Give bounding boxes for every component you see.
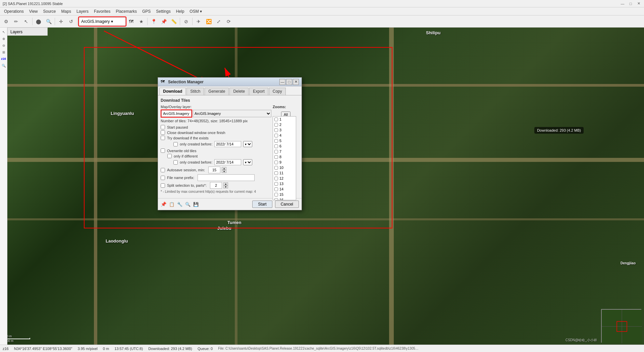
close-button[interactable]: ✕ xyxy=(636,1,641,6)
dialog-close-button[interactable]: ✕ xyxy=(293,79,299,85)
zoom-item-4[interactable]: 4 xyxy=(273,133,296,138)
autosave-input[interactable] xyxy=(208,167,220,173)
zoom-item-7[interactable]: 7 xyxy=(273,149,296,154)
tab-stitch[interactable]: Stitch xyxy=(186,88,204,95)
date-input-2[interactable] xyxy=(214,159,241,165)
filename-prefix-input[interactable] xyxy=(198,174,255,181)
try-download-checkbox[interactable] xyxy=(161,136,165,140)
start-button[interactable]: Start xyxy=(252,201,272,208)
only-different-checkbox[interactable] xyxy=(167,154,172,158)
left-panel-btn-3[interactable]: ⊖ xyxy=(1,42,7,48)
zoom-item-11[interactable]: 11 xyxy=(273,170,296,176)
tool-measure[interactable]: 📏 xyxy=(169,17,178,26)
only-created-checkbox-2[interactable] xyxy=(173,160,178,165)
tab-export[interactable]: Export xyxy=(249,88,268,95)
zoom-item-16[interactable]: 16 xyxy=(273,197,296,200)
zoom-item-6[interactable]: 6 xyxy=(273,143,296,149)
pin-icon[interactable]: 📌 xyxy=(161,202,166,207)
tool-nav1[interactable]: ✈ xyxy=(194,17,203,26)
maximize-button[interactable]: □ xyxy=(628,1,633,6)
overwrite-checkbox[interactable] xyxy=(161,148,165,153)
zoom-item-9[interactable]: 9 xyxy=(273,160,296,165)
dialog-tool-copy[interactable]: 📋 xyxy=(169,202,174,207)
autosave-checkbox[interactable] xyxy=(161,168,165,172)
zoom-list[interactable]: 1 2 3 4 5 6 7 8 9 10 11 12 13 14 15 xyxy=(273,116,296,200)
tool-cursor[interactable]: ↖ xyxy=(21,17,31,26)
tool-nav3[interactable]: ⤢ xyxy=(214,17,223,26)
tool-nav2[interactable]: 🔀 xyxy=(204,17,213,26)
left-panel-btn-4[interactable]: ⊞ xyxy=(1,49,7,55)
tool-circle[interactable]: ⬤ xyxy=(34,17,43,26)
tool-magnify[interactable]: 🔍 xyxy=(44,17,53,26)
tool-stop[interactable]: ⊘ xyxy=(181,17,191,26)
map-layer-input[interactable] xyxy=(161,110,192,117)
tool-star[interactable]: ★ xyxy=(137,17,146,26)
zoom-item-12[interactable]: 12 xyxy=(273,176,296,181)
date-input-1[interactable] xyxy=(214,141,241,147)
split-checkbox[interactable] xyxy=(161,183,165,188)
minimize-button[interactable]: — xyxy=(620,1,625,6)
note-text: * - Limited by max concurrent http(s) re… xyxy=(161,190,271,193)
window-title: [2] SAS.Planet 191221.10095 Stable xyxy=(3,2,63,6)
zoom-item-13[interactable]: 13 xyxy=(273,181,296,186)
tool-pin[interactable]: 📍 xyxy=(149,17,158,26)
tool-refresh[interactable]: ↺ xyxy=(66,17,76,26)
tool-operations[interactable]: ⚙ xyxy=(1,17,11,26)
autosave-up-button[interactable]: ▲ xyxy=(222,167,226,170)
only-created-checkbox-1[interactable] xyxy=(173,142,178,146)
dialog-tool-settings[interactable]: 🔧 xyxy=(177,202,182,207)
zoom-item-8[interactable]: 8 xyxy=(273,154,296,160)
tab-copy[interactable]: Copy xyxy=(269,88,286,95)
date-dropdown-1[interactable]: ▾ xyxy=(243,141,252,147)
tool-crosshair[interactable]: ✛ xyxy=(56,17,66,26)
menu-placemarks[interactable]: Placemarks xyxy=(113,8,140,14)
tool-pin2[interactable]: 📌 xyxy=(159,17,168,26)
layers-tab[interactable]: Layers xyxy=(7,28,48,36)
menu-favorites[interactable]: Favorites xyxy=(91,8,113,14)
dialog-tabs: Download Stitch Generate Delete Export C… xyxy=(158,86,302,95)
dialog-tool-save[interactable]: 💾 xyxy=(193,202,199,207)
left-panel-btn-1[interactable]: ↖ xyxy=(1,29,7,35)
menu-view[interactable]: View xyxy=(26,8,41,14)
date-dropdown-2[interactable]: ▾ xyxy=(243,159,252,165)
tab-download[interactable]: Download xyxy=(159,88,186,95)
autosave-down-button[interactable]: ▼ xyxy=(222,170,226,173)
filename-prefix-row: File name prefix: xyxy=(161,174,271,181)
zoom-item-14[interactable]: 14 xyxy=(273,186,296,192)
menu-settings[interactable]: Settings xyxy=(153,8,173,14)
start-paused-checkbox[interactable] xyxy=(161,125,165,129)
menu-layers[interactable]: Layers xyxy=(74,8,91,14)
tab-generate[interactable]: Generate xyxy=(205,88,229,95)
menu-maps[interactable]: Maps xyxy=(59,8,74,14)
status-coords: N34°16'37.4953" E108°55'13.3600" xyxy=(14,347,72,351)
left-panel-btn-2[interactable]: ⊕ xyxy=(1,36,7,42)
tab-delete[interactable]: Delete xyxy=(229,88,249,95)
close-window-checkbox[interactable] xyxy=(161,130,165,135)
tool-layers[interactable]: 🗺 xyxy=(126,17,136,26)
zoom-item-1[interactable]: 1 xyxy=(273,117,296,122)
filename-prefix-checkbox[interactable] xyxy=(161,176,165,180)
dialog-tool-zoom[interactable]: 🔍 xyxy=(185,202,191,207)
minimap[interactable] xyxy=(601,309,641,343)
zoom-item-5[interactable]: 5 xyxy=(273,138,296,143)
map-layer-select[interactable]: ArcGIS.Imagery xyxy=(193,110,271,117)
split-up-button[interactable]: ▲ xyxy=(223,182,228,185)
cancel-button[interactable]: Cancel xyxy=(275,201,299,208)
zoom-item-15[interactable]: 15 xyxy=(273,192,296,197)
dialog-maximize-button[interactable]: □ xyxy=(286,79,292,85)
menu-help[interactable]: Help xyxy=(173,8,187,14)
menu-operations[interactable]: Operations xyxy=(1,8,26,14)
tool-nav4[interactable]: ⟳ xyxy=(224,17,233,26)
zoom-item-3[interactable]: 3 xyxy=(273,127,296,133)
zoom-item-2[interactable]: 2 xyxy=(273,122,296,127)
zoom-item-10[interactable]: 10 xyxy=(273,165,296,170)
map-layer-dropdown[interactable]: ArcGIS.Imagery ▾ xyxy=(79,17,126,26)
tool-draw[interactable]: ✏ xyxy=(11,17,21,26)
dialog-minimize-button[interactable]: — xyxy=(279,79,285,85)
menu-gps[interactable]: GPS xyxy=(140,8,153,14)
split-input[interactable] xyxy=(210,182,222,189)
split-down-button[interactable]: ▼ xyxy=(223,185,228,188)
menu-source[interactable]: Source xyxy=(41,8,59,14)
menu-osm[interactable]: OSM ▾ xyxy=(187,8,205,14)
left-panel-search[interactable]: 🔍 xyxy=(1,62,7,69)
